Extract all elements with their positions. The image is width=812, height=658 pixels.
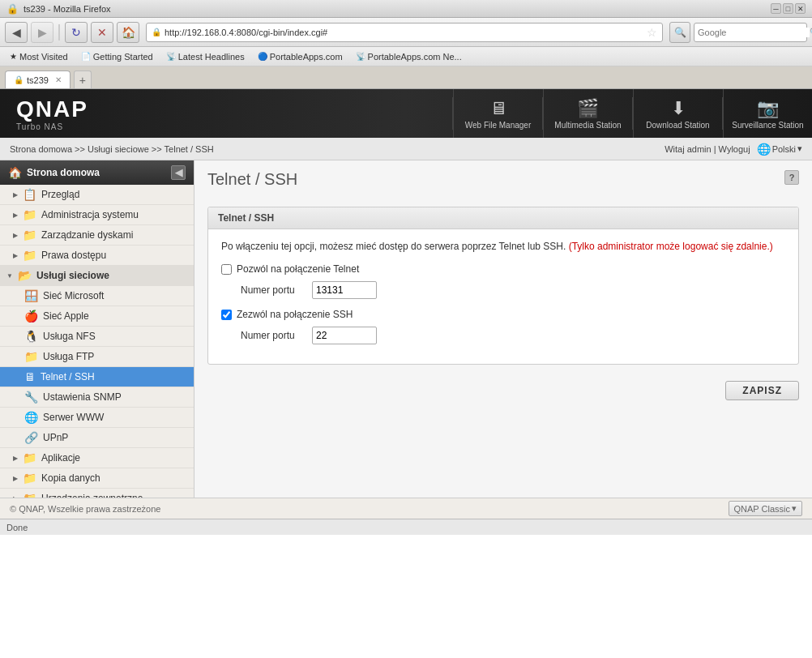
telnet-label: Pozwól na połączenie Telnet [237, 263, 359, 275]
browser-favicon: 🔒 [6, 3, 19, 15]
copyright-text: © QNAP, Wszelkie prawa zastrzeżone [10, 504, 160, 514]
sidebar-item-snmp[interactable]: 🔧 Ustawienia SNMP [0, 387, 194, 408]
browser-titlebar: 🔒 ts239 - Mozilla Firefox ─ □ ✕ [0, 0, 812, 18]
folder-icon: 📋 [23, 188, 36, 201]
qnap-logo-subtext: Turbo NAS [16, 122, 88, 131]
download-station-icon: ⬇ [671, 98, 686, 119]
multimedia-station-icon: 🎬 [577, 98, 599, 119]
sidebar-label: Telnet / SSH [41, 371, 95, 382]
sidebar: 🏠 Strona domowa ◀ ▶ 📋 Przegląd ▶ 📁 Admin… [0, 160, 194, 498]
sidebar-item-upnp[interactable]: 🔗 UPnP [0, 428, 194, 448]
qnap-nav-icons: 🖥 Web File Manager 🎬 Multimedia Station … [452, 89, 812, 138]
nav-surveillance-station[interactable]: 📷 Surveillance Station [723, 89, 812, 138]
qnap-footer: © QNAP, Wszelkie prawa zastrzeżone QNAP … [0, 498, 812, 519]
language-selector[interactable]: 🌐 Polski ▾ [757, 143, 802, 156]
sidebar-label: Prawa dostępu [41, 250, 106, 261]
folder-icon: 📁 [24, 350, 38, 363]
multimedia-station-label: Multimedia Station [554, 121, 621, 130]
bookmark-label: Most Visited [19, 52, 68, 62]
folder-icon: 📁 [23, 229, 36, 241]
ssh-port-input[interactable] [312, 327, 377, 344]
status-text: Done [6, 523, 28, 532]
reload-button[interactable]: ↻ [65, 22, 88, 43]
sidebar-item-www[interactable]: 🌐 Serwer WWW [0, 408, 194, 428]
search-input[interactable] [698, 28, 810, 37]
sidebar-header-left: 🏠 Strona domowa [8, 166, 100, 179]
sidebar-item-ftp[interactable]: 📁 Usługa FTP [0, 347, 194, 367]
browser-toolbar: ◀ ▶ ↻ ✕ 🏠 🔒 ☆ 🔍 🔍 [0, 18, 812, 47]
sidebar-item-microsoft[interactable]: 🪟 Sieć Microsoft [0, 286, 194, 306]
link-icon: 🔗 [24, 431, 38, 444]
back-button[interactable]: ◀ [5, 22, 28, 43]
triangle-icon: ▶ [13, 232, 18, 239]
ssh-port-label: Numer portu [241, 330, 306, 341]
sidebar-label: Przegląd [41, 189, 79, 200]
save-row: ZAPISZ [207, 374, 799, 407]
nav-download-station[interactable]: ⬇ Download Station [633, 89, 722, 138]
globe-icon: 🌐 [24, 411, 38, 424]
sidebar-header: 🏠 Strona domowa ◀ [0, 160, 194, 185]
telnet-port-input[interactable] [312, 281, 377, 299]
sidebar-label: UPnP [43, 432, 68, 443]
triangle-icon: ▶ [13, 212, 18, 219]
tab-ts239[interactable]: 🔒 ts239 ✕ [5, 70, 71, 88]
address-input[interactable] [165, 28, 643, 37]
sidebar-item-nfs[interactable]: 🐧 Usługa NFS [0, 327, 194, 347]
search-container: 🔍 [694, 23, 807, 42]
sidebar-item-kopia[interactable]: ▶ 📁 Kopia danych [0, 468, 194, 489]
nav-multimedia-station[interactable]: 🎬 Multimedia Station [543, 89, 632, 138]
bookmark-label: PortableApps.com Ne... [368, 52, 462, 62]
telnet-checkbox-label[interactable]: Pozwól na połączenie Telnet [221, 263, 359, 275]
save-button[interactable]: ZAPISZ [725, 381, 799, 400]
folder-icon: 📁 [23, 208, 36, 221]
linux-icon: 🐧 [24, 330, 38, 343]
sidebar-collapse-button[interactable]: ◀ [171, 165, 186, 180]
bookmark-most-visited[interactable]: ★ Most Visited [5, 50, 73, 63]
sidebar-item-admin[interactable]: ▶ 📁 Administracja systemu [0, 205, 194, 225]
tab-close-button[interactable]: ✕ [55, 75, 62, 84]
close-btn[interactable]: ✕ [795, 3, 806, 14]
qnap-classic-button[interactable]: QNAP Classic ▾ [729, 501, 802, 516]
sidebar-item-przeglad[interactable]: ▶ 📋 Przegląd [0, 185, 194, 205]
bookmark-star-icon[interactable]: ☆ [647, 26, 657, 39]
bookmark-latest-headlines[interactable]: 📡 Latest Headlines [161, 50, 250, 63]
breadcrumb-text: Strona domowa >> Usługi sieciowe >> Teln… [10, 144, 214, 154]
stop-button[interactable]: ✕ [91, 22, 113, 43]
bookmark-portableapps[interactable]: 🔵 PortableApps.com [253, 50, 348, 63]
triangle-icon: ▶ [13, 191, 18, 199]
home-button[interactable]: 🏠 [117, 22, 139, 43]
apple-icon: 🍎 [24, 310, 38, 323]
ssh-checkbox-label[interactable]: Zezwól na połączenie SSH [221, 309, 353, 320]
breadcrumb-right: Witaj admin | Wyloguj 🌐 Polski ▾ [665, 143, 802, 156]
browser-statusbar: Done [0, 519, 812, 535]
welcome-text: Witaj admin | Wyloguj [665, 144, 750, 154]
sidebar-item-prawa[interactable]: ▶ 📁 Prawa dostępu [0, 246, 194, 266]
sidebar-item-urzadzenia[interactable]: ▶ 📁 Urządzenia zewnętrzne [0, 489, 194, 498]
settings-panel: Telnet / SSH Po włączeniu tej opcji, moż… [207, 207, 799, 365]
search-engine-btn[interactable]: 🔍 [669, 22, 690, 43]
sidebar-item-aplikacje[interactable]: ▶ 📁 Aplikacje [0, 448, 194, 468]
telnet-checkbox[interactable] [221, 264, 232, 275]
ssh-checkbox[interactable] [221, 310, 232, 320]
main-content: Telnet / SSH ? Telnet / SSH Po włączeniu… [194, 160, 812, 498]
triangle-icon: ▶ [13, 252, 18, 259]
bookmark-getting-started[interactable]: 📄 Getting Started [76, 50, 158, 63]
maximize-btn[interactable]: □ [783, 3, 793, 14]
web-file-manager-label: Web File Manager [465, 121, 532, 130]
bookmark-feed2-icon: 📡 [356, 52, 365, 61]
bookmark-portableapps-ne[interactable]: 📡 PortableApps.com Ne... [351, 50, 467, 63]
nav-web-file-manager[interactable]: 🖥 Web File Manager [453, 89, 542, 138]
sidebar-item-apple[interactable]: 🍎 Sieć Apple [0, 306, 194, 327]
forward-button[interactable]: ▶ [31, 22, 53, 43]
help-button[interactable]: ? [784, 170, 799, 185]
sidebar-item-uslugi[interactable]: ▼ 📂 Usługi sieciowe [0, 266, 194, 286]
triangle-icon: ▶ [13, 455, 18, 462]
new-tab-button[interactable]: + [74, 70, 92, 88]
sidebar-item-telnet-ssh[interactable]: 🖥 Telnet / SSH [0, 367, 194, 387]
qnap-classic-label: QNAP Classic [734, 504, 790, 514]
folder-icon: 📁 [23, 249, 36, 262]
minimize-btn[interactable]: ─ [771, 3, 781, 14]
sidebar-label: Administracja systemu [41, 209, 139, 220]
bookmark-label: Latest Headlines [178, 52, 245, 62]
sidebar-item-dyski[interactable]: ▶ 📁 Zarządzanie dyskami [0, 225, 194, 246]
